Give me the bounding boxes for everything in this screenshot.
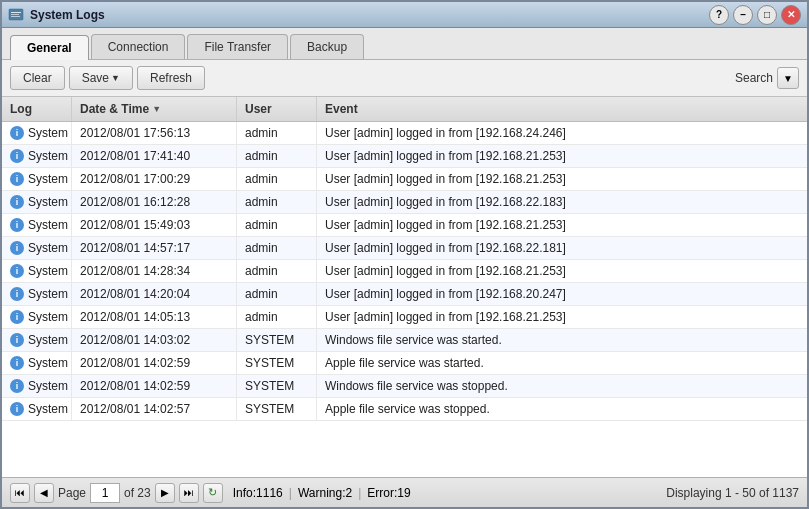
cell-datetime: 2012/08/01 17:41:40 [72, 145, 237, 167]
minimize-button[interactable]: – [733, 5, 753, 25]
cell-datetime: 2012/08/01 16:12:28 [72, 191, 237, 213]
table-row[interactable]: iSystem2012/08/01 14:28:34adminUser [adm… [2, 260, 807, 283]
cell-log: iSystem [2, 260, 72, 282]
log-value: System [28, 264, 68, 278]
cell-event: User [admin] logged in from [192.168.24.… [317, 122, 807, 144]
cell-datetime: 2012/08/01 14:20:04 [72, 283, 237, 305]
log-value: System [28, 195, 68, 209]
cell-log: iSystem [2, 329, 72, 351]
cell-event: User [admin] logged in from [192.168.21.… [317, 214, 807, 236]
cell-log: iSystem [2, 191, 72, 213]
info-icon: i [10, 402, 24, 416]
cell-datetime: 2012/08/01 17:00:29 [72, 168, 237, 190]
col-event[interactable]: Event [317, 97, 807, 121]
cell-user: admin [237, 237, 317, 259]
log-value: System [28, 287, 68, 301]
page-input[interactable] [90, 483, 120, 503]
tab-backup[interactable]: Backup [290, 34, 364, 59]
col-user[interactable]: User [237, 97, 317, 121]
cell-datetime: 2012/08/01 14:28:34 [72, 260, 237, 282]
cell-datetime: 2012/08/01 14:02:59 [72, 375, 237, 397]
table-row[interactable]: iSystem2012/08/01 14:02:59SYSTEMWindows … [2, 375, 807, 398]
log-value: System [28, 333, 68, 347]
table-row[interactable]: iSystem2012/08/01 15:49:03adminUser [adm… [2, 214, 807, 237]
col-datetime[interactable]: Date & Time ▼ [72, 97, 237, 121]
cell-log: iSystem [2, 237, 72, 259]
page-label: Page [58, 486, 86, 500]
cell-user: admin [237, 122, 317, 144]
clear-button[interactable]: Clear [10, 66, 65, 90]
cell-user: SYSTEM [237, 352, 317, 374]
table-row[interactable]: iSystem2012/08/01 14:02:57SYSTEMApple fi… [2, 398, 807, 421]
separator2: | [358, 486, 361, 500]
first-page-button[interactable]: ⏮ [10, 483, 30, 503]
displaying-text: Displaying 1 - 50 of 1137 [666, 486, 799, 500]
search-box: Search ▼ [735, 67, 799, 89]
cell-event: Apple file service was started. [317, 352, 807, 374]
log-value: System [28, 218, 68, 232]
cell-user: admin [237, 283, 317, 305]
table-row[interactable]: iSystem2012/08/01 14:20:04adminUser [adm… [2, 283, 807, 306]
cell-datetime: 2012/08/01 14:57:17 [72, 237, 237, 259]
table-row[interactable]: iSystem2012/08/01 17:00:29adminUser [adm… [2, 168, 807, 191]
cell-user: admin [237, 191, 317, 213]
cell-log: iSystem [2, 283, 72, 305]
reload-button[interactable]: ↻ [203, 483, 223, 503]
last-page-button[interactable]: ⏭ [179, 483, 199, 503]
page-navigation: ⏮ ◀ Page of 23 ▶ ⏭ ↻ [10, 483, 223, 503]
of-label: of 23 [124, 486, 151, 500]
error-count: Error:19 [367, 486, 410, 500]
cell-log: iSystem [2, 306, 72, 328]
cell-log: iSystem [2, 214, 72, 236]
cell-event: User [admin] logged in from [192.168.21.… [317, 145, 807, 167]
table-row[interactable]: iSystem2012/08/01 16:12:28adminUser [adm… [2, 191, 807, 214]
info-icon: i [10, 126, 24, 140]
cell-datetime: 2012/08/01 14:03:02 [72, 329, 237, 351]
cell-log: iSystem [2, 352, 72, 374]
tab-connection[interactable]: Connection [91, 34, 186, 59]
tab-file-transfer[interactable]: File Transfer [187, 34, 288, 59]
cell-log: iSystem [2, 122, 72, 144]
maximize-button[interactable]: □ [757, 5, 777, 25]
cell-datetime: 2012/08/01 15:49:03 [72, 214, 237, 236]
window-title: System Logs [30, 8, 709, 22]
help-button[interactable]: ? [709, 5, 729, 25]
save-label: Save [82, 71, 109, 85]
title-bar: System Logs ? – □ ✕ [2, 2, 807, 28]
table-row[interactable]: iSystem2012/08/01 17:56:13adminUser [adm… [2, 122, 807, 145]
table-header: Log Date & Time ▼ User Event [2, 97, 807, 122]
cell-datetime: 2012/08/01 14:02:57 [72, 398, 237, 420]
log-value: System [28, 310, 68, 324]
table-row[interactable]: iSystem2012/08/01 14:05:13adminUser [adm… [2, 306, 807, 329]
cell-user: admin [237, 214, 317, 236]
info-icon: i [10, 310, 24, 324]
cell-event: User [admin] logged in from [192.168.21.… [317, 306, 807, 328]
next-page-button[interactable]: ▶ [155, 483, 175, 503]
warning-count: Warning:2 [298, 486, 352, 500]
cell-log: iSystem [2, 375, 72, 397]
refresh-button[interactable]: Refresh [137, 66, 205, 90]
info-icon: i [10, 379, 24, 393]
table-row[interactable]: iSystem2012/08/01 14:02:59SYSTEMApple fi… [2, 352, 807, 375]
log-value: System [28, 126, 68, 140]
save-button[interactable]: Save ▼ [69, 66, 133, 90]
table-row[interactable]: iSystem2012/08/01 14:03:02SYSTEMWindows … [2, 329, 807, 352]
log-value: System [28, 149, 68, 163]
cell-event: User [admin] logged in from [192.168.22.… [317, 191, 807, 213]
cell-user: admin [237, 260, 317, 282]
prev-page-button[interactable]: ◀ [34, 483, 54, 503]
cell-log: iSystem [2, 398, 72, 420]
system-logs-window: System Logs ? – □ ✕ General Connection F… [0, 0, 809, 509]
col-log[interactable]: Log [2, 97, 72, 121]
table-row[interactable]: iSystem2012/08/01 17:41:40adminUser [adm… [2, 145, 807, 168]
tab-general[interactable]: General [10, 35, 89, 60]
close-button[interactable]: ✕ [781, 5, 801, 25]
svg-rect-1 [11, 12, 21, 13]
search-toggle-button[interactable]: ▼ [777, 67, 799, 89]
cell-user: SYSTEM [237, 398, 317, 420]
tabs-bar: General Connection File Transfer Backup [2, 28, 807, 60]
sort-arrow-icon: ▼ [152, 104, 161, 114]
cell-event: Windows file service was started. [317, 329, 807, 351]
table-row[interactable]: iSystem2012/08/01 14:57:17adminUser [adm… [2, 237, 807, 260]
info-icon: i [10, 195, 24, 209]
